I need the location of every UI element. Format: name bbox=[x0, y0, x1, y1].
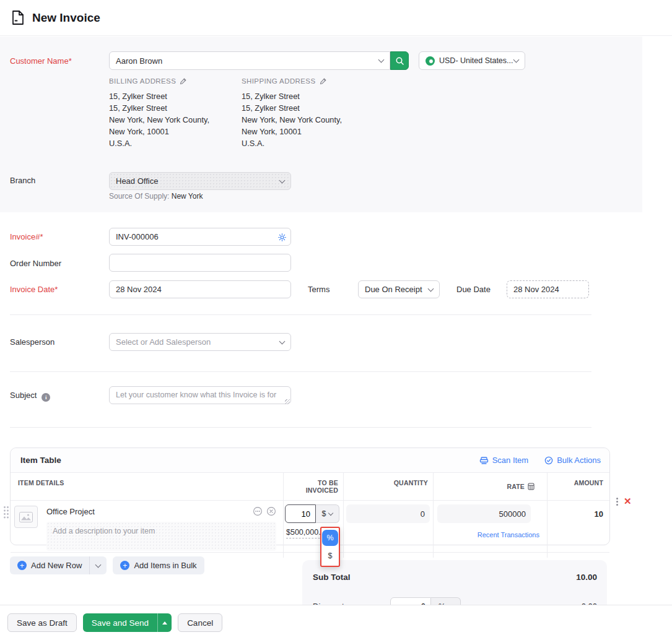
cancel-button[interactable]: Cancel bbox=[178, 613, 222, 632]
save-and-send-button[interactable]: Save and Send bbox=[83, 613, 172, 632]
customer-search-button[interactable] bbox=[390, 51, 409, 70]
scan-item-label: Scan Item bbox=[492, 456, 529, 465]
section-divider bbox=[10, 427, 591, 428]
new-invoice-page: New Invoice Customer Name* Aaron Brown U… bbox=[0, 0, 672, 640]
source-of-supply: Source Of Supply: New York bbox=[109, 192, 203, 201]
invoice-number-label: Invoice#* bbox=[10, 232, 43, 241]
to-be-invoiced-cell: $ $500,000.00 % $ bbox=[283, 501, 343, 558]
to-be-invoiced-unit-toggle[interactable]: $ bbox=[316, 504, 339, 523]
section-divider bbox=[10, 314, 591, 315]
quantity-input[interactable]: 0 bbox=[346, 504, 430, 523]
unit-dropdown-menu: % $ bbox=[320, 527, 340, 567]
add-items-in-bulk-button[interactable]: + Add Items in Bulk bbox=[113, 556, 204, 574]
invoice-date-label: Invoice Date* bbox=[10, 285, 58, 294]
customer-name-value: Aaron Brown bbox=[116, 56, 162, 66]
col-amount: AMOUNT bbox=[547, 473, 611, 500]
rate-cell: 500000 Recent Transactions bbox=[433, 501, 547, 558]
scan-item-button[interactable]: Scan Item bbox=[479, 456, 529, 465]
item-clear-icon[interactable] bbox=[266, 506, 276, 516]
due-date-label: Due Date bbox=[456, 285, 491, 294]
address-line: U.S.A. bbox=[109, 137, 239, 149]
subject-label: Subjecti bbox=[10, 391, 50, 402]
save-and-send-label[interactable]: Save and Send bbox=[83, 613, 157, 632]
billing-address-lines: 15, Zylker Street 15, Zylker Street New … bbox=[109, 90, 239, 149]
col-rate-label: RATE bbox=[507, 483, 525, 490]
subject-input[interactable] bbox=[109, 386, 291, 404]
row-delete-icon[interactable]: ✕ bbox=[624, 497, 632, 506]
source-of-supply-value: New York bbox=[172, 192, 203, 201]
bulk-actions-label: Bulk Actions bbox=[557, 456, 601, 465]
address-line: New York, 10001 bbox=[109, 126, 239, 137]
col-to-be-invoiced: TO BE INVOICED bbox=[283, 473, 343, 500]
textarea-resize-handle[interactable] bbox=[285, 399, 290, 404]
edit-pencil-icon[interactable] bbox=[320, 77, 327, 85]
item-more-options-icon[interactable] bbox=[253, 506, 263, 516]
shipping-address-block: SHIPPING ADDRESS 15, Zylker Street 15, Z… bbox=[242, 77, 372, 149]
check-circle-icon bbox=[544, 456, 553, 465]
item-table-titlebar: Item Table Scan Item bbox=[11, 448, 609, 473]
to-be-invoiced-input[interactable] bbox=[285, 504, 316, 523]
gear-icon[interactable] bbox=[275, 230, 289, 244]
invoice-date-input[interactable] bbox=[109, 280, 291, 298]
rate-settings-icon[interactable] bbox=[528, 483, 535, 490]
add-items-in-bulk-label: Add Items in Bulk bbox=[134, 561, 196, 570]
footer-bar: Save as Draft Save and Send Cancel bbox=[0, 605, 672, 640]
edit-pencil-icon[interactable] bbox=[180, 77, 187, 85]
address-line: 15, Zylker Street bbox=[242, 90, 372, 102]
amount-cell: 10 bbox=[547, 501, 611, 558]
invoice-document-icon bbox=[11, 10, 25, 25]
section-divider bbox=[10, 371, 591, 372]
chevron-down-icon bbox=[378, 57, 385, 63]
subject-label-text: Subject bbox=[10, 391, 37, 400]
billing-address-block: BILLING ADDRESS 15, Zylker Street 15, Zy… bbox=[109, 77, 239, 149]
drag-handle-icon[interactable] bbox=[3, 506, 9, 519]
address-line: 15, Zylker Street bbox=[109, 102, 239, 114]
item-table-title: Item Table bbox=[20, 456, 61, 465]
unit-option-percent[interactable]: % bbox=[322, 530, 338, 546]
item-details-cell: Office Project bbox=[11, 501, 283, 558]
sub-total-value: 10.00 bbox=[576, 573, 597, 582]
scanner-icon bbox=[479, 456, 489, 465]
address-line: 15, Zylker Street bbox=[109, 90, 239, 102]
quantity-cell: 0 bbox=[343, 501, 433, 558]
order-number-input[interactable] bbox=[109, 254, 291, 272]
customer-name-label: Customer Name* bbox=[10, 56, 72, 66]
billing-address-heading: BILLING ADDRESS bbox=[109, 77, 176, 85]
add-new-row-dropdown-toggle[interactable] bbox=[89, 556, 107, 574]
sub-total-label: Sub Total bbox=[313, 573, 351, 582]
item-description-input[interactable] bbox=[46, 522, 276, 551]
item-image-placeholder[interactable] bbox=[14, 506, 38, 528]
item-row: Office Project bbox=[11, 501, 609, 553]
terms-select[interactable]: Due On Receipt bbox=[358, 280, 440, 298]
salesperson-select[interactable]: Select or Add Salesperson bbox=[109, 333, 291, 351]
rate-input[interactable]: 500000 bbox=[437, 504, 531, 523]
bulk-actions-button[interactable]: Bulk Actions bbox=[544, 456, 601, 465]
salesperson-label: Salesperson bbox=[10, 337, 55, 347]
branch-select[interactable]: Head Office bbox=[109, 172, 291, 190]
save-as-draft-button[interactable]: Save as Draft bbox=[7, 613, 77, 632]
item-table-header: ITEM DETAILS TO BE INVOICED QUANTITY RAT… bbox=[11, 473, 609, 501]
unit-option-dollar[interactable]: $ bbox=[322, 548, 338, 564]
due-date-input[interactable] bbox=[507, 280, 589, 298]
currency-select[interactable]: USD- United States... bbox=[419, 51, 525, 70]
recent-transactions-link[interactable]: Recent Transactions bbox=[434, 531, 547, 538]
search-icon bbox=[395, 56, 404, 66]
item-name[interactable]: Office Project bbox=[46, 507, 95, 516]
info-icon: i bbox=[41, 393, 50, 402]
save-and-send-dropdown-toggle[interactable] bbox=[157, 613, 172, 632]
address-line: U.S.A. bbox=[242, 137, 372, 149]
chevron-down-icon bbox=[513, 57, 520, 63]
add-new-row-button[interactable]: + Add New Row bbox=[10, 556, 107, 574]
customer-name-select[interactable]: Aaron Brown bbox=[109, 51, 390, 70]
address-line: New York, New York County, bbox=[109, 114, 239, 126]
chevron-down-icon bbox=[279, 177, 286, 183]
chevron-down-icon bbox=[95, 561, 102, 568]
terms-label: Terms bbox=[308, 285, 329, 294]
plus-icon: + bbox=[120, 561, 129, 570]
invoice-number-input[interactable] bbox=[109, 228, 291, 246]
col-rate: RATE bbox=[433, 473, 547, 500]
chevron-up-icon bbox=[162, 621, 167, 625]
branch-value: Head Office bbox=[116, 176, 158, 186]
row-more-icon[interactable] bbox=[616, 498, 618, 506]
address-line: 15, Zylker Street bbox=[242, 102, 372, 114]
